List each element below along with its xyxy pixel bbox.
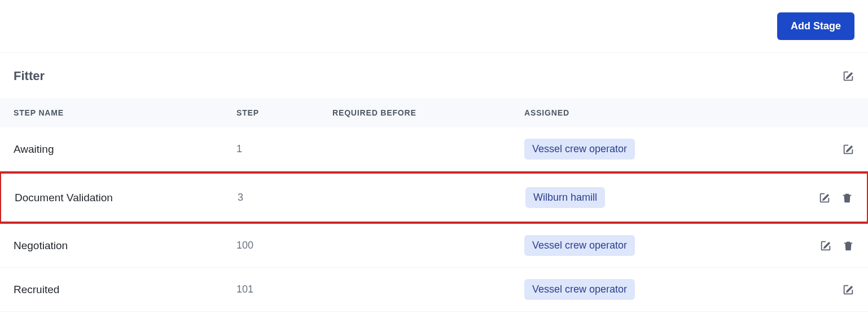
table-row: Recruited 101 Vessel crew operator xyxy=(0,268,868,312)
steps-table: STEP NAME STEP REQUIRED BEFORE ASSIGNED … xyxy=(0,98,868,312)
row-actions xyxy=(804,240,854,252)
header-assigned: ASSIGNED xyxy=(524,108,804,117)
trash-icon xyxy=(842,240,854,252)
add-stage-button[interactable]: Add Stage xyxy=(777,12,854,40)
assigned-badge: Wilburn hamill xyxy=(525,187,605,208)
edit-icon xyxy=(842,284,854,296)
cell-step-name: Recruited xyxy=(14,284,236,296)
topbar: Add Stage xyxy=(0,0,868,53)
table-row: Awaiting 1 Vessel crew operator xyxy=(0,127,868,171)
header-required-before: REQUIRED BEFORE xyxy=(332,108,524,117)
edit-icon xyxy=(819,240,832,252)
cell-step: 100 xyxy=(236,240,332,251)
edit-section-icon[interactable] xyxy=(842,70,854,82)
trash-icon xyxy=(841,192,853,204)
delete-row-button[interactable] xyxy=(842,240,854,252)
cell-step: 3 xyxy=(238,192,334,203)
cell-step-name: Document Validation xyxy=(15,192,238,204)
table-header-row: STEP NAME STEP REQUIRED BEFORE ASSIGNED xyxy=(0,98,868,127)
assigned-badge: Vessel crew operator xyxy=(524,139,635,160)
section-title: Fitter xyxy=(14,69,45,83)
cell-assigned: Vessel crew operator xyxy=(524,235,804,256)
cell-step: 1 xyxy=(236,143,332,155)
edit-row-button[interactable] xyxy=(819,240,832,252)
row-actions xyxy=(804,284,854,296)
header-actions xyxy=(804,108,854,117)
edit-row-button[interactable] xyxy=(842,284,854,296)
row-actions xyxy=(804,143,854,156)
edit-icon xyxy=(818,192,831,204)
edit-icon xyxy=(842,143,854,156)
cell-step-name: Negotiation xyxy=(14,240,236,252)
table-row: Document Validation 3 Wilburn hamill xyxy=(0,171,868,224)
assigned-badge: Vessel crew operator xyxy=(524,235,635,256)
table-row: Negotiation 100 Vessel crew operator xyxy=(0,224,868,268)
header-step: STEP xyxy=(236,108,332,117)
edit-row-button[interactable] xyxy=(842,143,854,156)
cell-assigned: Vessel crew operator xyxy=(524,279,804,300)
cell-step: 101 xyxy=(236,284,332,295)
assigned-badge: Vessel crew operator xyxy=(524,279,635,300)
delete-row-button[interactable] xyxy=(841,192,853,204)
edit-row-button[interactable] xyxy=(818,192,831,204)
cell-assigned: Vessel crew operator xyxy=(524,139,804,160)
cell-assigned: Wilburn hamill xyxy=(525,187,803,208)
cell-step-name: Awaiting xyxy=(14,143,236,156)
section-header: Fitter xyxy=(0,53,868,98)
row-actions xyxy=(803,192,853,204)
header-step-name: STEP NAME xyxy=(14,108,236,117)
edit-icon xyxy=(842,70,854,82)
